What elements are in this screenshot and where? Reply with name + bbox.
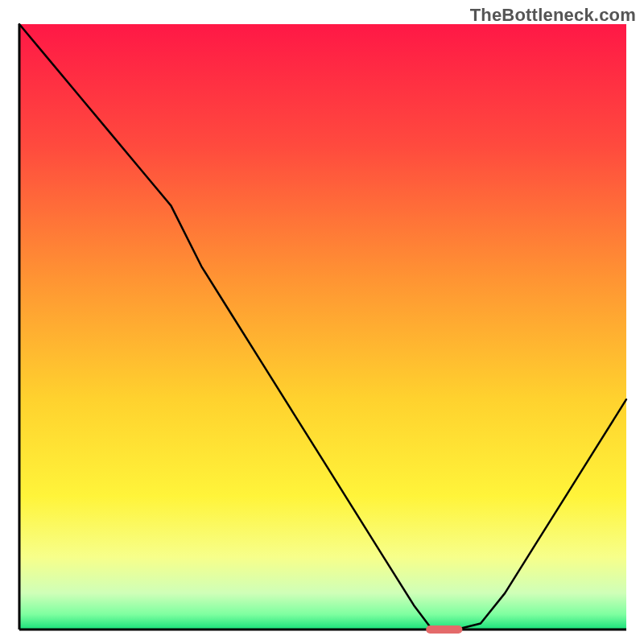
bottleneck-chart: TheBottleneck.com xyxy=(0,0,644,644)
plot-background xyxy=(19,24,626,630)
optimal-marker xyxy=(426,625,462,634)
chart-svg xyxy=(0,0,644,644)
